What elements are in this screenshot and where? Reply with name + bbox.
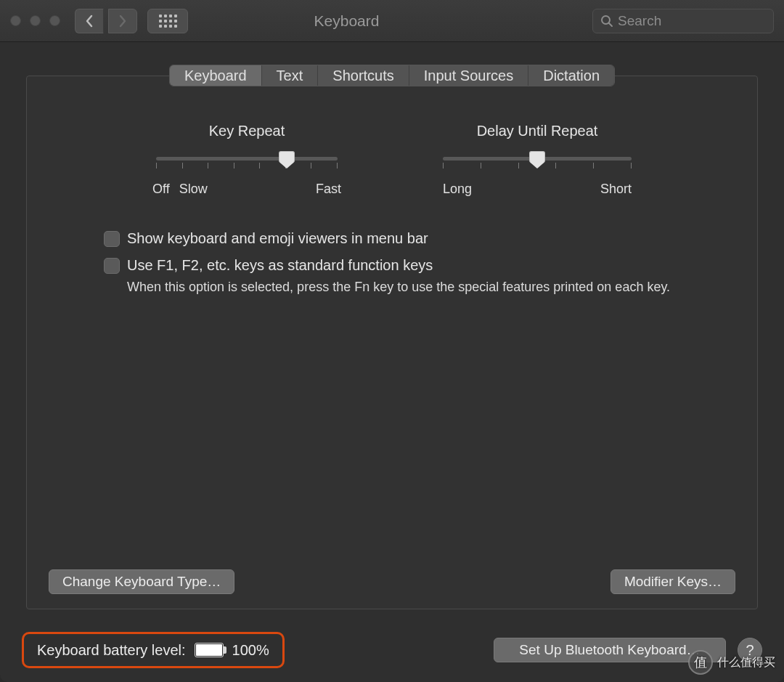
battery-value: 100%	[232, 642, 269, 659]
main-panel: Keyboard Text Shortcuts Input Sources Di…	[26, 76, 758, 609]
window-controls	[10, 15, 60, 26]
back-button[interactable]	[75, 9, 104, 33]
sliders-row: Key Repeat Off Slow Fast	[49, 123, 735, 197]
checkbox-fn-keys[interactable]: Use F1, F2, etc. keys as standard functi…	[104, 257, 735, 274]
key-repeat-block: Key Repeat Off Slow Fast	[152, 123, 341, 197]
delay-label-short: Short	[600, 182, 632, 197]
battery-label: Keyboard battery level:	[37, 642, 186, 659]
key-repeat-labels: Off Slow Fast	[152, 182, 341, 197]
modifier-keys-button[interactable]: Modifier Keys…	[611, 569, 735, 594]
key-repeat-label-fast: Fast	[316, 182, 341, 197]
tab-input-sources[interactable]: Input Sources	[409, 65, 528, 86]
checkbox-group: Show keyboard and emoji viewers in menu …	[104, 230, 735, 295]
delay-label-long: Long	[443, 182, 472, 197]
change-keyboard-type-button[interactable]: Change Keyboard Type…	[49, 569, 234, 594]
delay-title: Delay Until Repeat	[443, 123, 632, 139]
search-field[interactable]: Search	[592, 9, 774, 33]
window-title: Keyboard	[101, 12, 592, 30]
search-placeholder: Search	[618, 13, 661, 29]
minimize-icon[interactable]	[30, 15, 41, 26]
delay-slider[interactable]	[443, 150, 632, 171]
delay-labels: Long Short	[443, 182, 632, 197]
checkbox-label: Use F1, F2, etc. keys as standard functi…	[127, 257, 433, 274]
footer: Keyboard battery level: 100% Set Up Blue…	[22, 631, 762, 669]
toolbar: Keyboard Search	[0, 0, 784, 42]
watermark-badge-icon: 值	[688, 650, 713, 675]
key-repeat-label-off: Off	[152, 182, 170, 196]
tab-text[interactable]: Text	[262, 65, 319, 86]
zoom-icon[interactable]	[49, 15, 60, 26]
battery-icon	[195, 643, 224, 657]
window: Keyboard Search Keyboard Text Shortcuts …	[0, 0, 784, 682]
panel-buttons: Change Keyboard Type… Modifier Keys…	[49, 569, 735, 594]
tab-shortcuts[interactable]: Shortcuts	[318, 65, 409, 86]
checkbox-icon[interactable]	[104, 231, 120, 247]
battery-status: Keyboard battery level: 100%	[22, 632, 285, 668]
slider-thumb-icon[interactable]	[279, 151, 295, 169]
svg-line-1	[609, 23, 612, 26]
checkbox-show-viewers[interactable]: Show keyboard and emoji viewers in menu …	[104, 230, 735, 247]
tab-dictation[interactable]: Dictation	[528, 65, 614, 86]
chevron-left-icon	[85, 15, 94, 28]
fn-keys-help: When this option is selected, press the …	[127, 280, 735, 295]
key-repeat-title: Key Repeat	[152, 123, 341, 139]
checkbox-icon[interactable]	[104, 258, 120, 274]
key-repeat-slider[interactable]	[156, 150, 338, 171]
checkbox-label: Show keyboard and emoji viewers in menu …	[127, 230, 428, 247]
watermark: 值 什么值得买	[688, 650, 775, 675]
slider-thumb-icon[interactable]	[529, 151, 545, 169]
key-repeat-label-slow: Slow	[179, 182, 208, 196]
watermark-text: 什么值得买	[717, 655, 775, 670]
tab-keyboard[interactable]: Keyboard	[170, 65, 262, 86]
search-icon	[600, 15, 613, 28]
delay-block: Delay Until Repeat Long Short	[443, 123, 632, 197]
close-icon[interactable]	[10, 15, 21, 26]
tab-bar: Keyboard Text Shortcuts Input Sources Di…	[169, 65, 615, 86]
tab-content: Key Repeat Off Slow Fast	[49, 108, 735, 587]
